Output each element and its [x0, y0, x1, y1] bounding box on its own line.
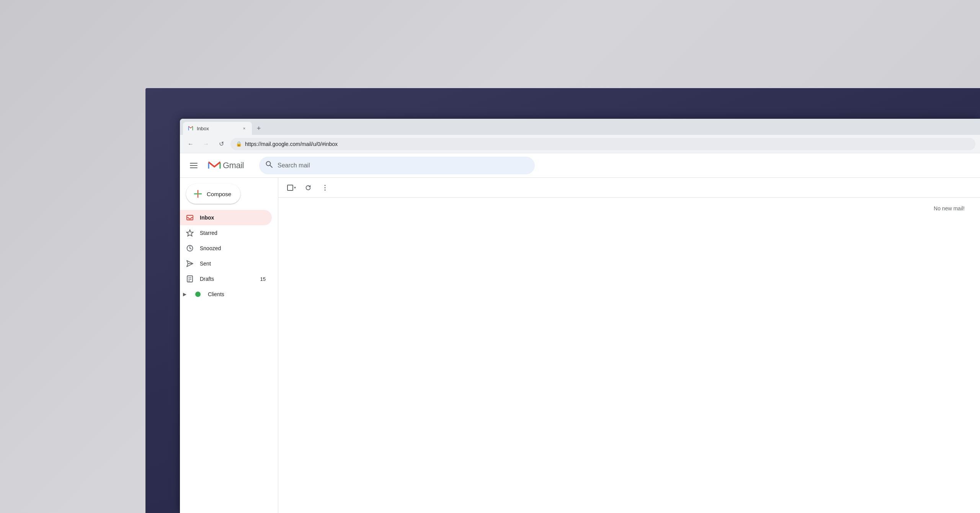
- compose-label: Compose: [207, 191, 231, 197]
- refresh-icon: [305, 184, 312, 191]
- search-icon: [265, 161, 273, 170]
- search-placeholder-text: Search mail: [278, 162, 310, 169]
- tab-favicon-icon: [188, 125, 194, 131]
- snoozed-label: Snoozed: [200, 245, 266, 251]
- drafts-label: Drafts: [200, 276, 254, 282]
- menu-button[interactable]: [186, 158, 201, 173]
- sidebar: Compose Inbox: [180, 178, 278, 513]
- svg-rect-1: [190, 165, 198, 166]
- svg-point-19: [195, 292, 201, 297]
- hamburger-icon: [190, 162, 198, 169]
- drafts-count: 15: [260, 276, 266, 282]
- tab-bar: Inbox × +: [180, 119, 980, 135]
- gmail-logo: Gmail: [207, 160, 244, 171]
- svg-rect-0: [190, 163, 198, 164]
- gmail-m-logo: [207, 160, 221, 171]
- sidebar-item-inbox[interactable]: Inbox: [180, 210, 272, 225]
- search-bar[interactable]: Search mail: [259, 157, 535, 174]
- browser-tab-inbox[interactable]: Inbox ×: [183, 122, 252, 135]
- reload-button[interactable]: ↺: [215, 138, 227, 150]
- svg-line-12: [190, 248, 191, 249]
- svg-rect-2: [190, 167, 198, 168]
- starred-label: Starred: [200, 230, 266, 236]
- clock-icon: [186, 244, 194, 252]
- folder-icon: [194, 290, 202, 298]
- browser-window: Inbox × + ← → ↺ 🔒 https://mail.google.co…: [180, 119, 980, 513]
- no-new-mail-text: No new mail!: [934, 205, 965, 211]
- email-content-area: No new mail!: [278, 198, 980, 513]
- address-bar-row: ← → ↺ 🔒 https://mail.google.com/mail/u/0…: [180, 135, 980, 153]
- send-icon: [186, 260, 194, 267]
- compose-icon: [194, 190, 202, 198]
- refresh-button[interactable]: [301, 181, 315, 195]
- star-icon: [186, 229, 194, 237]
- svg-marker-9: [187, 230, 193, 236]
- sidebar-item-drafts[interactable]: Drafts 15: [180, 271, 272, 287]
- tab-close-button[interactable]: ×: [241, 125, 247, 131]
- forward-button[interactable]: →: [200, 138, 212, 150]
- gmail-header: Gmail Search mail: [180, 153, 980, 178]
- tab-title: Inbox: [197, 126, 238, 131]
- back-button[interactable]: ←: [185, 138, 197, 150]
- checkbox-dropdown-icon: ▾: [294, 185, 296, 190]
- sidebar-item-snoozed[interactable]: Snoozed: [180, 241, 272, 256]
- inbox-icon: [186, 214, 194, 221]
- clients-label: Clients: [208, 291, 266, 297]
- expand-icon: ▶: [183, 292, 186, 297]
- svg-point-7: [198, 193, 198, 194]
- gmail-app: Gmail Search mail: [180, 153, 980, 513]
- checkbox-square: [287, 185, 293, 191]
- svg-line-4: [270, 165, 272, 167]
- sidebar-item-sent[interactable]: Sent: [180, 256, 272, 271]
- svg-point-20: [325, 185, 326, 186]
- gmail-text: Gmail: [223, 161, 244, 170]
- more-options-icon: [322, 184, 328, 191]
- select-all-button[interactable]: ▾: [284, 181, 298, 195]
- sidebar-item-clients[interactable]: ▶ Clients: [180, 287, 272, 302]
- url-text: https://mail.google.com/mail/u/0/#inbox: [245, 141, 338, 147]
- sent-label: Sent: [200, 261, 266, 267]
- more-options-button[interactable]: [318, 181, 332, 195]
- gmail-body: Compose Inbox: [180, 178, 980, 513]
- email-toolbar: ▾: [278, 178, 980, 198]
- address-input[interactable]: 🔒 https://mail.google.com/mail/u/0/#inbo…: [230, 138, 975, 150]
- svg-point-21: [325, 187, 326, 188]
- compose-button[interactable]: Compose: [186, 184, 240, 204]
- new-tab-button[interactable]: +: [253, 123, 264, 134]
- inbox-label: Inbox: [200, 215, 266, 221]
- svg-point-22: [325, 189, 326, 190]
- sidebar-item-starred[interactable]: Starred: [180, 225, 272, 241]
- draft-icon: [186, 275, 194, 283]
- lock-icon: 🔒: [236, 141, 242, 147]
- email-list: ▾: [278, 178, 980, 513]
